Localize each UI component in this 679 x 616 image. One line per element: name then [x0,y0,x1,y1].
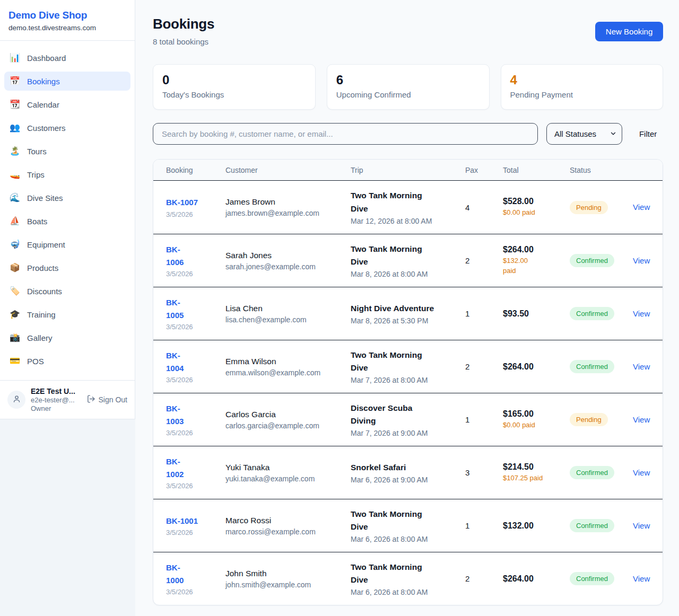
table-header-row: BookingCustomerTripPaxTotalStatus [153,160,663,181]
total-amount: $528.00 [503,197,570,206]
column-header-status: Status [570,166,626,174]
search-input[interactable] [153,123,538,145]
booking-date: 3/5/2026 [166,376,225,384]
view-link[interactable]: View [633,574,650,583]
trip-datetime: Mar 6, 2026 at 8:00 AM [351,588,465,596]
nav-icon: 📸 [10,333,20,342]
customer-name: Carlos Garcia [225,410,351,419]
booking-id-link[interactable]: BK- 1005 [166,296,184,321]
booking-id-link[interactable]: BK-1007 [166,196,198,208]
customer-email: sarah.jones@example.com [225,262,351,271]
column-header-pax: Pax [465,166,503,174]
sidebar-nav: 📊 Dashboard 📅 Bookings 📆 Calendar 👥 Cust… [0,41,135,380]
customer-name: Yuki Tanaka [225,463,351,472]
filter-button[interactable]: Filter [631,129,663,138]
sidebar-item-training[interactable]: 🎓 Training [4,305,130,324]
sidebar-item-dashboard[interactable]: 📊 Dashboard [4,48,130,67]
pax-count: 2 [465,574,503,583]
table-row: BK- 1003 3/5/2026 Carlos Garcia carlos.g… [153,393,663,446]
booking-date: 3/5/2026 [166,482,225,490]
sidebar-item-calendar[interactable]: 📆 Calendar [4,95,130,114]
main-content: Bookings 8 total bookings New Booking 0 … [135,0,679,616]
status-badge: Confirmed [570,360,614,373]
view-link[interactable]: View [633,415,650,424]
trip-datetime: Mar 7, 2026 at 8:00 AM [351,376,465,384]
view-link[interactable]: View [633,309,650,318]
sidebar-item-pos[interactable]: 💳 POS [4,351,130,371]
total-amount: $93.50 [503,309,570,319]
pax-count: 2 [465,362,503,371]
column-header-trip: Trip [351,166,465,174]
page-subtitle: 8 total bookings [153,37,214,46]
status-badge: Confirmed [570,307,614,320]
sign-out-button[interactable]: Sign Out [86,394,127,405]
user-name: E2E Test U... [31,387,81,395]
pax-count: 1 [465,415,503,424]
booking-id-link[interactable]: BK- 1006 [166,243,184,268]
shop-name: Demo Dive Shop [8,10,126,21]
stat-label: Today's Bookings [162,90,306,99]
customer-email: emma.wilson@example.com [225,368,351,377]
sidebar-item-discounts[interactable]: 🏷️ Discounts [4,281,130,301]
column-header-booking: Booking [166,166,225,174]
paid-amount: $132.00 paid [503,256,570,276]
booking-id-link[interactable]: BK- 1003 [166,402,184,427]
sign-out-label: Sign Out [99,395,127,404]
nav-icon: 👥 [10,124,20,132]
user-role: Owner [31,404,81,412]
booking-id-link[interactable]: BK- 1000 [166,561,184,586]
nav-icon: 🎓 [10,310,20,319]
sidebar-item-customers[interactable]: 👥 Customers [4,118,130,137]
view-link[interactable]: View [633,362,650,371]
sidebar-item-boats[interactable]: ⛵ Boats [4,212,130,231]
booking-id-link[interactable]: BK-1001 [166,515,198,527]
sidebar-header: Demo Dive Shop demo.test.divestreams.com [0,0,135,41]
stat-card-todays-bookings: 0 Today's Bookings [153,64,316,110]
booking-date: 3/5/2026 [166,323,225,331]
filter-row: All Statuses Filter [153,123,663,145]
sign-out-icon [86,394,95,405]
pax-count: 1 [465,521,503,530]
table-row: BK- 1005 3/5/2026 Lisa Chen lisa.chen@ex… [153,287,663,340]
trip-name: Two Tank Morning Dive [351,561,438,586]
booking-date: 3/5/2026 [166,270,225,278]
status-badge: Confirmed [570,519,614,532]
customer-name: Emma Wilson [225,357,351,366]
status-badge: Pending [570,201,608,214]
pax-count: 1 [465,309,503,318]
sidebar-item-dive-sites[interactable]: 🌊 Dive Sites [4,188,130,207]
booking-date: 3/5/2026 [166,429,225,437]
view-link[interactable]: View [633,256,650,265]
sidebar-item-tours[interactable]: 🏝️ Tours [4,142,130,161]
stat-card-upcoming-confirmed: 6 Upcoming Confirmed [327,64,490,110]
customer-name: James Brown [225,197,351,207]
column-header-total: Total [503,166,570,174]
sidebar-item-products[interactable]: 📦 Products [4,258,130,277]
nav-icon: 📆 [10,100,20,109]
booking-date: 3/5/2026 [166,588,225,596]
new-booking-button[interactable]: New Booking [595,22,663,41]
status-filter-wrap: All Statuses [546,123,622,145]
sidebar-item-gallery[interactable]: 📸 Gallery [4,328,130,347]
total-amount: $165.00 [503,409,570,419]
status-badge: Pending [570,413,608,426]
sidebar-item-equipment[interactable]: 🤿 Equipment [4,235,130,254]
status-filter-select[interactable]: All Statuses [546,123,622,145]
status-badge: Confirmed [570,572,614,585]
trip-datetime: Mar 6, 2026 at 9:00 AM [351,476,465,484]
paid-amount: $107.25 paid [503,473,570,483]
page-header: Bookings 8 total bookings New Booking [153,16,663,46]
view-link[interactable]: View [633,521,650,530]
customer-name: Sarah Jones [225,251,351,260]
view-link[interactable]: View [633,203,650,212]
booking-id-link[interactable]: BK- 1002 [166,455,184,480]
stat-value: 4 [510,73,654,87]
sidebar-item-trips[interactable]: 🚤 Trips [4,165,130,184]
bookings-table: BookingCustomerTripPaxTotalStatus BK-100… [153,159,663,605]
trip-datetime: Mar 6, 2026 at 8:00 AM [351,535,465,543]
nav-icon: 🏷️ [10,287,20,295]
booking-id-link[interactable]: BK- 1004 [166,349,184,374]
sidebar-item-bookings[interactable]: 📅 Bookings [4,72,130,91]
sidebar: Demo Dive Shop demo.test.divestreams.com… [0,0,135,419]
view-link[interactable]: View [633,468,650,477]
